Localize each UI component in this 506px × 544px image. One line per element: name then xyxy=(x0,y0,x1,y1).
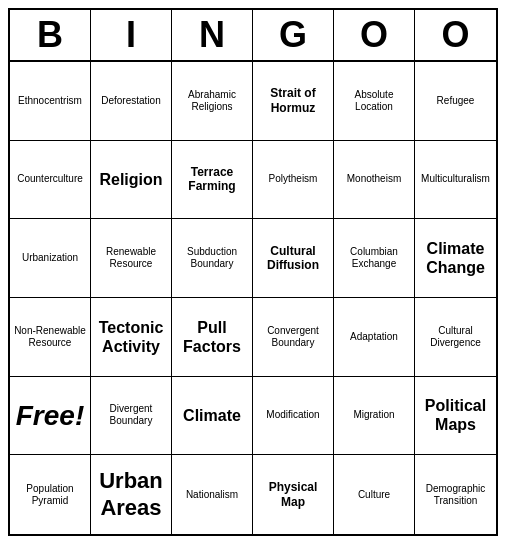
bingo-cell: Climate xyxy=(172,377,253,456)
header-letter: N xyxy=(172,10,253,60)
header-letter: G xyxy=(253,10,334,60)
bingo-cell: Renewable Resource xyxy=(91,219,172,298)
bingo-cell: Cultural Diffusion xyxy=(253,219,334,298)
bingo-cell: Physical Map xyxy=(253,455,334,534)
bingo-cell: Modification xyxy=(253,377,334,456)
bingo-cell: Political Maps xyxy=(415,377,496,456)
header-letter: O xyxy=(334,10,415,60)
bingo-cell: Culture xyxy=(334,455,415,534)
bingo-cell: Deforestation xyxy=(91,62,172,141)
bingo-card: BINGOO EthnocentrismDeforestationAbraham… xyxy=(8,8,498,536)
bingo-cell: Terrace Farming xyxy=(172,141,253,220)
bingo-cell: Convergent Boundary xyxy=(253,298,334,377)
bingo-cell: Adaptation xyxy=(334,298,415,377)
header-letter: O xyxy=(415,10,496,60)
header-letter: I xyxy=(91,10,172,60)
bingo-cell: Refugee xyxy=(415,62,496,141)
bingo-cell: Migration xyxy=(334,377,415,456)
bingo-cell: Tectonic Activity xyxy=(91,298,172,377)
bingo-cell: Counterculture xyxy=(10,141,91,220)
bingo-cell: Abrahamic Religions xyxy=(172,62,253,141)
bingo-cell: Pull Factors xyxy=(172,298,253,377)
bingo-cell: Subduction Boundary xyxy=(172,219,253,298)
bingo-cell: Ethnocentrism xyxy=(10,62,91,141)
bingo-cell: Cultural Divergence xyxy=(415,298,496,377)
bingo-grid: EthnocentrismDeforestationAbrahamic Reli… xyxy=(10,62,496,534)
bingo-header: BINGOO xyxy=(10,10,496,62)
bingo-cell: Urbanization xyxy=(10,219,91,298)
bingo-cell: Non-Renewable Resource xyxy=(10,298,91,377)
bingo-cell: Population Pyramid xyxy=(10,455,91,534)
bingo-cell: Climate Change xyxy=(415,219,496,298)
bingo-cell: Nationalism xyxy=(172,455,253,534)
bingo-cell: Divergent Boundary xyxy=(91,377,172,456)
bingo-cell: Free! xyxy=(10,377,91,456)
bingo-cell: Strait of Hormuz xyxy=(253,62,334,141)
bingo-cell: Urban Areas xyxy=(91,455,172,534)
bingo-cell: Multiculturalism xyxy=(415,141,496,220)
bingo-cell: Columbian Exchange xyxy=(334,219,415,298)
bingo-cell: Polytheism xyxy=(253,141,334,220)
bingo-cell: Absolute Location xyxy=(334,62,415,141)
bingo-cell: Religion xyxy=(91,141,172,220)
header-letter: B xyxy=(10,10,91,60)
bingo-cell: Monotheism xyxy=(334,141,415,220)
bingo-cell: Demographic Transition xyxy=(415,455,496,534)
